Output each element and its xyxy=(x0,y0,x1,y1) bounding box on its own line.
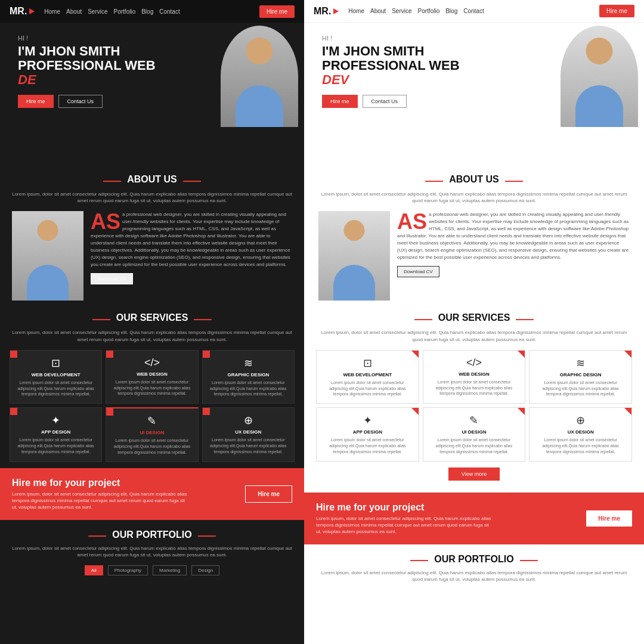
service-card-2-light: </> WEB DESIGN Lorem ipsum dolor sit ame… xyxy=(423,350,526,404)
hero-text-dark: HI ! I'M JHON SMITH PROFESSIONAL WEB DE … xyxy=(18,35,292,108)
nav-blog-light[interactable]: Blog xyxy=(445,8,457,14)
nav-service-dark[interactable]: Service xyxy=(88,8,107,15)
service-name-1-dark: WEB DEVELOPMENT xyxy=(15,372,97,377)
hero-hire-btn-light[interactable]: Hire me xyxy=(322,95,358,108)
hire-title-dark: Hire me for your project xyxy=(12,478,191,488)
hire-section-dark: Hire me for your project Lorem ipsum, do… xyxy=(0,468,304,521)
left-panel: MR. Home About Service Portfolio Blog Co… xyxy=(0,0,304,644)
about-initial-dark: AS xyxy=(91,211,120,233)
services-title-light: OUR SERVICES xyxy=(438,312,510,323)
navbar-hire-btn-dark[interactable]: Hire me xyxy=(259,5,295,18)
hire-cta-btn-light[interactable]: Hire me xyxy=(586,510,632,527)
about-line-left-light xyxy=(425,181,443,182)
hero-role-accent-light: DEV xyxy=(322,72,349,87)
service-icon-3-dark: ≋ xyxy=(208,357,289,370)
logo-play-icon-light xyxy=(333,8,339,14)
navbar-hire-btn-light[interactable]: Hire me xyxy=(599,5,634,17)
hero-light: HI ! I'M JHON SMITH PROFESSIONAL WEB DEV… xyxy=(304,23,644,166)
nav-blog-dark[interactable]: Blog xyxy=(141,8,153,15)
hero-role-dark: PROFESSIONAL WEB xyxy=(18,58,292,73)
hire-desc-light: Lorem ipsum, dolor sit amet consectetur … xyxy=(316,515,495,535)
about-line-left-dark xyxy=(103,181,121,182)
service-name-4-dark: APP DESIGN xyxy=(15,429,97,435)
portfolio-line-left-light xyxy=(410,560,428,561)
corner-tr-4 xyxy=(411,408,419,415)
corner-tr-3 xyxy=(624,351,631,358)
nav-home-light[interactable]: Home xyxy=(348,8,364,14)
services-header-dark: OUR SERVICES xyxy=(10,312,295,327)
corner-icon-1 xyxy=(10,351,17,358)
right-panel: MR. Home About Service Portfolio Blog Co… xyxy=(304,0,644,644)
nav-about-dark[interactable]: About xyxy=(66,8,82,15)
service-icon-5-light: ✎ xyxy=(428,414,521,427)
services-grid-light: ⊡ WEB DEVELOPMENT Lorem ipsum dolor sit … xyxy=(316,350,632,462)
about-initial-light: AS xyxy=(397,211,427,233)
tab-photo-dark[interactable]: Photography xyxy=(108,565,148,575)
service-name-3-dark: GRAPHIC DESIGN xyxy=(208,372,289,377)
hero-role-light: PROFESSIONAL WEB xyxy=(322,58,632,73)
tab-design-dark[interactable]: Design xyxy=(191,565,219,575)
service-desc-3-light: Lorem ipsum dolor sit amet consectetur a… xyxy=(534,380,627,397)
services-line-right-dark xyxy=(194,319,212,320)
hero-contact-btn-light[interactable]: Contact Us xyxy=(363,95,407,108)
service-card-1-light: ⊡ WEB DEVELOPMENT Lorem ipsum dolor sit … xyxy=(316,350,419,404)
hire-section-light: Hire me for your project Lorem ipsum, do… xyxy=(304,493,644,545)
service-icon-2-dark: </> xyxy=(111,357,193,369)
download-cv-btn-light[interactable]: Download CV xyxy=(397,266,439,277)
hire-cta-btn-dark[interactable]: Hire me xyxy=(245,485,292,503)
services-desc-dark: Lorem ipsum, dolor sit amet consectetur … xyxy=(10,329,295,342)
about-body-light: a professional web designer, you are ski… xyxy=(397,212,628,260)
about-text-dark: AS a professional web designer, you are … xyxy=(91,211,292,284)
download-cv-btn-dark[interactable]: Download CV xyxy=(91,273,133,284)
tab-marketing-dark[interactable]: Marketing xyxy=(153,565,187,575)
about-image-dark xyxy=(12,211,83,301)
services-header-light: OUR SERVICES xyxy=(316,312,632,327)
service-icon-4-light: ✦ xyxy=(321,414,414,427)
hero-name-light: I'M JHON SMITH xyxy=(322,44,632,58)
nav-about-light[interactable]: About xyxy=(370,8,386,14)
hire-text-light: Hire me for your project Lorem ipsum, do… xyxy=(316,502,495,535)
service-icon-6-light: ⊕ xyxy=(534,414,627,427)
services-section-light: OUR SERVICES Lorem ipsum, dolor sit amet… xyxy=(304,306,644,492)
service-desc-6-light: Lorem ipsum dolor sit amet consectetur a… xyxy=(534,437,627,454)
hero-contact-btn-dark[interactable]: Contact Us xyxy=(58,95,103,108)
nav-portfolio-light[interactable]: Portfolio xyxy=(418,8,440,14)
portfolio-tabs-dark: All Photography Marketing Design xyxy=(12,565,292,575)
about-content-dark: AS a professional web designer, you are … xyxy=(12,211,292,301)
service-name-6-light: UX DESIGN xyxy=(534,429,627,435)
service-name-6-dark: UX DESIGN xyxy=(208,429,289,435)
nav-contact-dark[interactable]: Contact xyxy=(159,8,179,15)
portfolio-line-left-dark xyxy=(88,535,106,537)
nav-contact-light[interactable]: Contact xyxy=(463,8,484,14)
service-desc-3-dark: Lorem ipsum dolor sit amet consectetur a… xyxy=(208,380,289,397)
about-person-dark xyxy=(12,211,83,301)
service-desc-2-light: Lorem ipsum dolor sit amet consectetur a… xyxy=(428,379,521,397)
corner-icon-4 xyxy=(10,408,17,415)
tab-all-dark[interactable]: All xyxy=(85,565,103,575)
nav-portfolio-dark[interactable]: Portfolio xyxy=(114,8,136,15)
portfolio-header-dark: OUR PORTFOLIO xyxy=(12,530,292,543)
view-more-wrap: View more xyxy=(316,467,632,481)
hero-hire-btn-dark[interactable]: Hire me xyxy=(18,95,54,108)
hero-role2-dark: DE xyxy=(18,73,292,87)
services-grid-dark: ⊡ WEB DEVELOPMENT Lorem ipsum dolor sit … xyxy=(10,350,295,462)
nav-home-dark[interactable]: Home xyxy=(44,8,60,15)
about-content-light: AS a professional web designer, you are … xyxy=(318,211,630,301)
about-header-light: ABOUT US xyxy=(318,174,630,188)
service-card-6-dark: ⊕ UX DESIGN Lorem ipsum dolor sit amet c… xyxy=(202,407,295,462)
nav-service-light[interactable]: Service xyxy=(392,8,411,14)
hero-btns-dark: Hire me Contact Us xyxy=(18,95,292,108)
portfolio-header-light: OUR PORTFOLIO xyxy=(316,554,632,567)
service-icon-2-light: </> xyxy=(428,357,521,369)
about-desc-light: Lorem ipsum, dolor sit amet consectetur … xyxy=(318,191,630,204)
service-name-2-dark: WEB DESIGN xyxy=(111,371,193,377)
services-line-left-light xyxy=(414,319,432,320)
view-more-btn[interactable]: View more xyxy=(448,467,500,481)
portfolio-section-light: OUR PORTFOLIO Lorem ipsum, dolor sit ame… xyxy=(304,544,644,596)
hire-desc-dark: Lorem ipsum, dolor sit amet consectetur … xyxy=(12,491,191,511)
service-card-1-dark: ⊡ WEB DEVELOPMENT Lorem ipsum dolor sit … xyxy=(10,350,102,404)
corner-icon-5 xyxy=(106,408,113,416)
service-name-3-light: GRAPHIC DESIGN xyxy=(534,372,627,377)
service-name-1-light: WEB DEVELOPMENT xyxy=(321,372,414,377)
service-name-4-light: APP DESIGN xyxy=(321,429,414,435)
